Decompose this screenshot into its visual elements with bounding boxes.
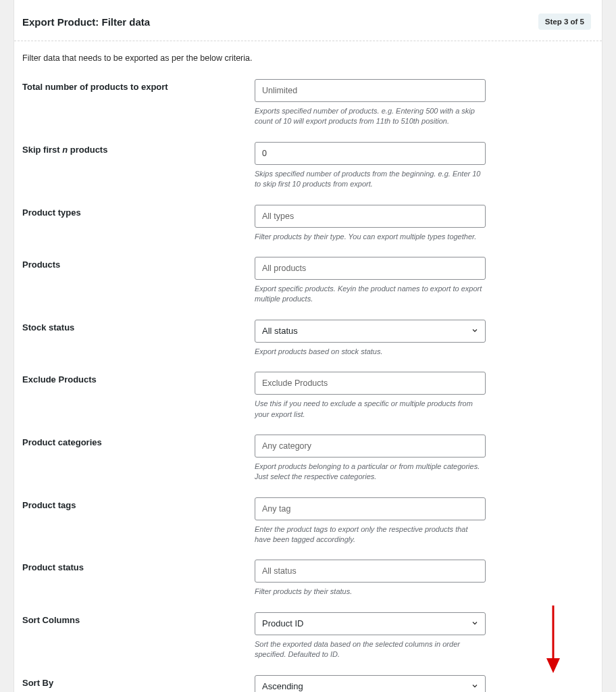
row-tags: Product tags Any tag Enter the product t… [22, 489, 594, 552]
filter-panel: Export Product: Filter data Step 3 of 5 … [14, 0, 602, 692]
desc-exclude: Use this if you need to exclude a specif… [255, 399, 486, 420]
skip-input[interactable] [255, 142, 486, 165]
page-title: Export Product: Filter data [22, 16, 150, 28]
row-categories: Product categories Any category Export p… [22, 426, 594, 489]
categories-select[interactable]: Any category [255, 435, 486, 458]
label-exclude: Exclude Products [22, 372, 255, 385]
total-input[interactable] [255, 79, 486, 102]
products-select[interactable]: All products [255, 257, 486, 280]
label-products: Products [22, 257, 255, 270]
label-sort-columns: Sort Columns [22, 612, 255, 625]
desc-tags: Enter the product tags to export only th… [255, 524, 486, 545]
desc-types: Filter products by their type. You can e… [255, 232, 486, 242]
row-sort-columns: Sort Columns Product ID Sort the exporte… [22, 604, 594, 667]
desc-skip: Skips specified number of products from … [255, 169, 486, 190]
label-stock: Stock status [22, 320, 255, 332]
row-exclude: Exclude Products Exclude Products Use th… [22, 364, 594, 426]
desc-products: Export specific products. Keyin the prod… [255, 284, 486, 305]
intro-text: Filter data that needs to be exported as… [14, 41, 602, 67]
row-skip: Skip first n products Skips specified nu… [22, 134, 594, 197]
status-select[interactable]: All status [255, 560, 486, 583]
desc-categories: Export products belonging to a particula… [255, 462, 486, 483]
sort-by-select[interactable]: Ascending [255, 675, 486, 692]
label-tags: Product tags [22, 497, 255, 510]
row-status: Product status All status Filter product… [22, 551, 594, 603]
desc-sort-columns: Sort the exported data based on the sele… [255, 639, 486, 660]
row-types: Product types All types Filter products … [22, 197, 594, 249]
types-select[interactable]: All types [255, 205, 486, 228]
row-stock: Stock status All status Export products … [22, 312, 594, 364]
label-sort-by: Sort By [22, 675, 255, 688]
step-badge: Step 3 of 5 [538, 14, 591, 30]
row-total: Total number of products to export Expor… [22, 71, 594, 134]
label-status: Product status [22, 560, 255, 572]
desc-status: Filter products by their status. [255, 587, 486, 597]
label-total: Total number of products to export [22, 79, 255, 92]
desc-total: Exports specified number of products. e.… [255, 106, 486, 127]
label-skip: Skip first n products [22, 142, 255, 155]
tags-select[interactable]: Any tag [255, 497, 486, 520]
row-sort-by: Sort By Ascending Defaulted to Ascending… [22, 667, 594, 692]
label-categories: Product categories [22, 435, 255, 447]
row-products: Products All products Export specific pr… [22, 249, 594, 312]
exclude-select[interactable]: Exclude Products [255, 372, 486, 395]
label-types: Product types [22, 205, 255, 218]
stock-status-select[interactable]: All status [255, 320, 486, 343]
desc-stock: Export products based on stock status. [255, 347, 486, 357]
sort-columns-select[interactable]: Product ID [255, 612, 486, 635]
panel-header: Export Product: Filter data Step 3 of 5 [14, 0, 602, 41]
